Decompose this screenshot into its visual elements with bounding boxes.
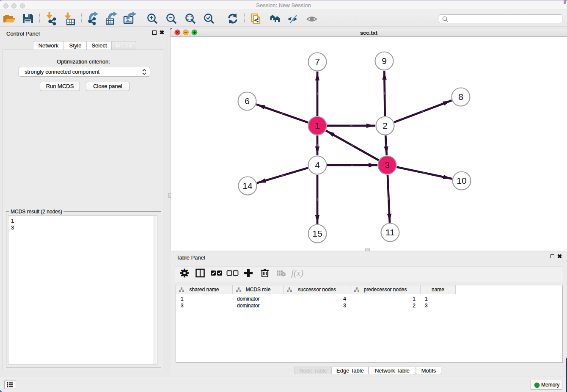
svg-text:8: 8 xyxy=(458,92,463,102)
svg-text:14: 14 xyxy=(242,181,253,190)
svg-text:1: 1 xyxy=(315,121,320,130)
svg-text:15: 15 xyxy=(312,229,322,238)
svg-text:6: 6 xyxy=(245,96,250,106)
svg-text:4: 4 xyxy=(315,160,320,170)
svg-text:11: 11 xyxy=(385,227,395,237)
svg-text:7: 7 xyxy=(315,57,320,66)
svg-text:f(x): f(x) xyxy=(291,268,303,278)
svg-text:10: 10 xyxy=(457,176,466,185)
svg-text:2: 2 xyxy=(383,121,388,130)
svg-text:9: 9 xyxy=(382,56,387,66)
svg-text:3: 3 xyxy=(385,160,390,170)
